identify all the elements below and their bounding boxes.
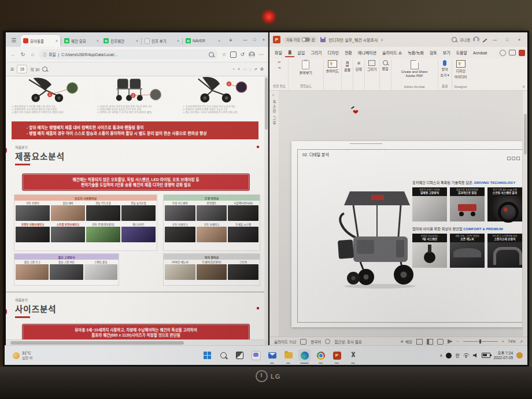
font-button[interactable]: 가 글꼴 (344, 60, 350, 72)
new-slide-button[interactable]: 슬라이드 (326, 60, 339, 73)
search-icon[interactable] (452, 37, 457, 42)
tab-naver-2[interactable]: N 킨즈웨건 × (101, 35, 141, 47)
ppt-vertical-scrollbar[interactable] (522, 91, 527, 337)
language-label[interactable]: 한국어 (311, 339, 321, 345)
scrollbar-thumb[interactable] (265, 77, 268, 130)
collections-icon[interactable] (230, 51, 237, 58)
tab-naver-1[interactable]: N 웨건 유모 × (62, 35, 101, 47)
paragraph-button[interactable]: ≡ 단락 (356, 60, 362, 72)
page-number-input[interactable]: 15 (17, 65, 27, 73)
close-icon[interactable]: × (177, 39, 179, 43)
tab-naver-3[interactable]: N NAVER × (183, 35, 223, 47)
zoom-out-icon[interactable]: − (232, 67, 235, 71)
zoom-in-icon[interactable]: + (502, 339, 504, 343)
close-icon[interactable]: × (97, 39, 99, 43)
ribbon-collapse-icon[interactable]: ∨ (522, 84, 525, 89)
tab-animations[interactable]: 애니메이션 (355, 49, 379, 57)
redo-icon[interactable]: ↷ (278, 66, 280, 70)
scrollbar-thumb[interactable] (10, 341, 184, 345)
ppt-workspace[interactable]: ❤ 02. 디테일 분석 (279, 91, 527, 337)
volume-icon[interactable] (473, 353, 478, 358)
favorites-star-icon[interactable]: ☆ (220, 51, 228, 57)
tray-app-icon[interactable] (446, 353, 452, 359)
save-icon[interactable] (320, 37, 326, 42)
file-explorer[interactable] (282, 349, 294, 361)
title-caret-icon[interactable]: ∨ (380, 38, 383, 42)
vertical-tabs-icon[interactable]: ☰ (8, 34, 20, 46)
drawing-button[interactable]: 그리기 (367, 60, 377, 72)
comments-icon[interactable] (509, 50, 516, 56)
design-ideas-button[interactable]: 디자인 아이디어 (455, 60, 467, 79)
dictate-button[interactable]: 받아 쓰기 ▾ (441, 60, 449, 77)
normal-view-icon[interactable] (416, 339, 423, 345)
start-button[interactable] (201, 349, 213, 361)
share-icon[interactable] (519, 50, 525, 56)
expand-pane-icon[interactable]: › (272, 93, 279, 98)
chrome-app[interactable] (315, 349, 327, 361)
adobe-pdf-button[interactable]: Create and Share Adobe PDF (401, 60, 428, 77)
battery-icon[interactable] (482, 353, 490, 358)
new-tab-button[interactable]: + (225, 34, 237, 46)
tab-review[interactable]: 검토 (427, 49, 440, 57)
tab-help[interactable]: 도움말 (453, 49, 470, 57)
close-icon[interactable]: × (136, 39, 138, 43)
search-icon[interactable] (42, 66, 47, 72)
edge-app[interactable] (298, 349, 311, 361)
tab-slideshow[interactable]: 슬라이드 쇼 (379, 49, 405, 57)
tab-record[interactable]: 녹음/녹화 (405, 49, 427, 57)
pen-icon[interactable] (482, 38, 487, 42)
tab-view[interactable]: 보기 (440, 49, 453, 57)
vertical-scrollbar[interactable] (264, 76, 268, 340)
fullscreen-icon[interactable]: ↗ (254, 67, 257, 72)
editing-button[interactable]: 편집 (382, 60, 389, 71)
accessibility-status[interactable]: 접근성: 조사 필요 (334, 339, 361, 345)
zoom-page-icon[interactable] (209, 52, 214, 57)
heart-shape[interactable]: ❤ (353, 108, 359, 116)
document-title[interactable]: 인디자인 실무_웨건 시장조사 (328, 37, 378, 43)
toc-icon[interactable]: ☰ (10, 67, 14, 72)
profile-avatar[interactable] (249, 51, 255, 58)
close-button[interactable]: × (259, 32, 268, 47)
mail-app[interactable] (266, 349, 278, 361)
tab-doc[interactable]: 킨즈 후기 × (142, 35, 182, 47)
tab-transitions[interactable]: 전환 (342, 49, 355, 57)
hidden-icons-caret[interactable]: ∧ (439, 353, 442, 358)
thumbnail-pane-collapsed[interactable]: › 축소판 그림 (269, 91, 279, 337)
maximize-button[interactable]: □ (250, 32, 259, 47)
close-button[interactable]: × (515, 32, 524, 47)
tab-home[interactable]: 홈 (285, 48, 294, 57)
info-icon[interactable]: ⓘ (43, 51, 47, 57)
home-icon[interactable]: ⌂ (29, 51, 36, 57)
tab-design[interactable]: 디자인 (325, 49, 342, 57)
tab-insert[interactable]: 삽입 (294, 49, 308, 57)
tab-pdf[interactable]: 유아동품 × (21, 35, 60, 47)
scrollbar-thumb[interactable] (524, 114, 527, 154)
tab-acrobat[interactable]: Acrobat (470, 50, 490, 56)
notification-badge[interactable] (516, 352, 523, 359)
pdf-more-icon[interactable]: ⋯ (243, 67, 247, 72)
close-icon[interactable]: × (218, 39, 220, 43)
task-view-button[interactable] (234, 349, 246, 361)
weather-widget[interactable]: 31°C 심한 비 (13, 351, 32, 360)
reload-icon[interactable]: ↻ (19, 51, 27, 57)
minimize-button[interactable]: — (490, 32, 500, 47)
tab-file[interactable]: 파일 (272, 49, 285, 57)
toggle-icon[interactable] (302, 38, 310, 42)
tab-draw[interactable]: 그리기 (308, 49, 324, 57)
zoom-percent[interactable]: 74% (508, 339, 516, 343)
fit-window-icon[interactable]: ↗ (520, 339, 523, 344)
pdf-viewport[interactable]: 1 2 (6, 76, 268, 346)
slide-canvas[interactable]: 02. 디테일 분석 (291, 141, 527, 327)
sorter-view-icon[interactable] (427, 339, 433, 345)
zoom-in-icon[interactable]: + (238, 67, 240, 71)
slideshow-icon[interactable] (448, 339, 453, 344)
zoom-slider[interactable] (463, 341, 498, 342)
search-button[interactable] (217, 349, 230, 361)
paste-button[interactable]: 붙여넣기 (300, 60, 312, 75)
autosave-toggle[interactable]: 자동 저장 끔 (283, 36, 317, 43)
settings-gear-icon[interactable]: ⚙ (260, 67, 264, 72)
snip-tool-app[interactable] (347, 349, 359, 361)
user-avatar[interactable] (473, 36, 479, 43)
powerpoint-app[interactable]: P (331, 349, 343, 361)
minimize-button[interactable]: — (241, 32, 250, 47)
